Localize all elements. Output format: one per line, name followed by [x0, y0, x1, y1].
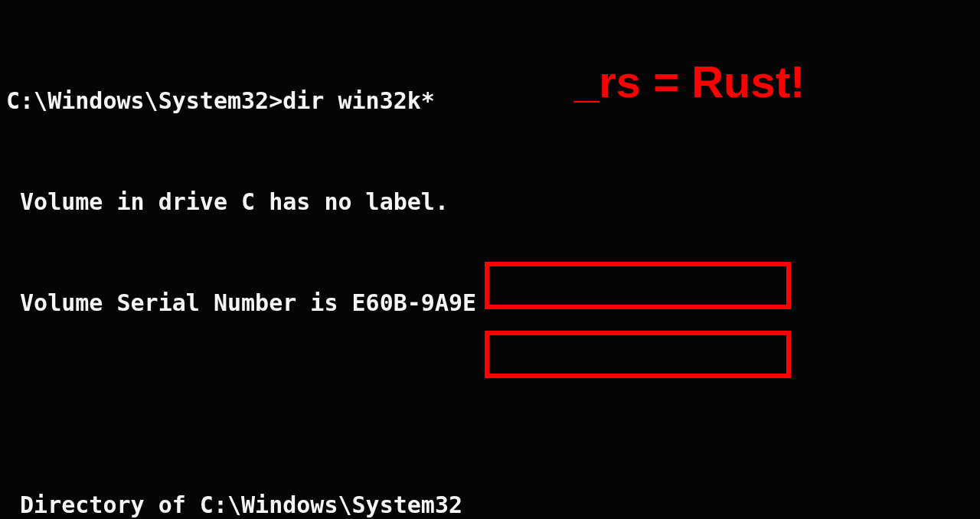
terminal-window[interactable]: C:\Windows\System32>dir win32k* Volume i… — [0, 0, 980, 519]
volume-serial-line: Volume Serial Number is E60B-9A9E — [6, 286, 980, 320]
prompt-path: C:\Windows\System32> — [6, 87, 283, 114]
directory-of-line: Directory of C:\Windows\System32 — [6, 488, 980, 519]
prompt-line: C:\Windows\System32>dir win32k* — [6, 84, 980, 118]
volume-label-line: Volume in drive C has no label. — [6, 185, 980, 219]
highlight-box — [485, 331, 791, 378]
prompt-cmd: dir win32k* — [283, 87, 435, 114]
blank-line-1 — [6, 387, 980, 421]
annotation-text: _rs = Rust! — [574, 60, 805, 104]
